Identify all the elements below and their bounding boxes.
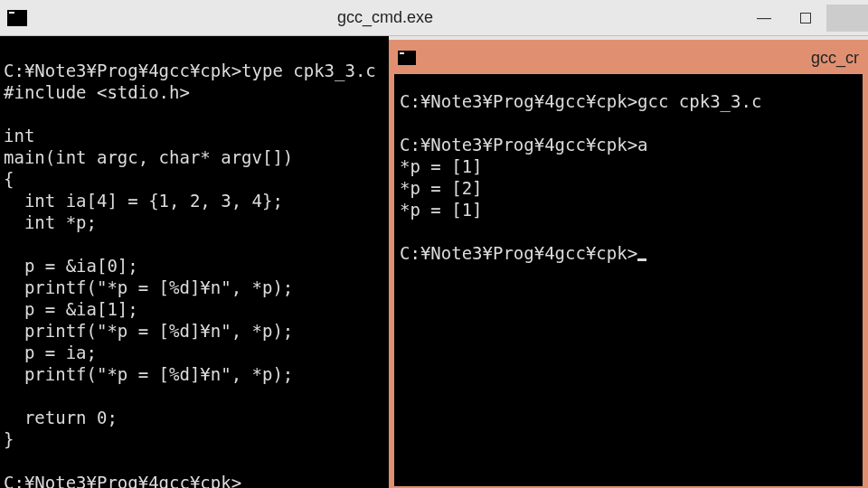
window1-titlebar[interactable]: gcc_cmd.exe — — [0, 0, 868, 36]
line: } — [4, 429, 14, 449]
line: printf("*p = [%d]¥n", *p); — [4, 364, 293, 384]
system-menu-icon[interactable] — [7, 10, 27, 26]
window-buttons: — — [743, 5, 868, 32]
maximize-button[interactable] — [785, 5, 826, 32]
line: printf("*p = [%d]¥n", *p); — [4, 321, 293, 341]
line: #include <stdio.h> — [4, 82, 190, 102]
line: p = &ia[1]; — [4, 299, 138, 319]
console-right[interactable]: C:¥Note3¥Prog¥4gcc¥cpk>gcc cpk3_3.c C:¥N… — [394, 74, 863, 486]
window2-titlebar[interactable]: gcc_cr — [391, 42, 866, 74]
line: return 0; — [4, 408, 118, 427]
close-button[interactable] — [826, 5, 868, 32]
line: int *p; — [4, 212, 97, 232]
cursor-icon — [637, 258, 646, 261]
window1-title: gcc_cmd.exe — [27, 8, 743, 27]
line: C:¥Note3¥Prog¥4gcc¥cpk> — [4, 473, 241, 488]
line: *p = [2] — [400, 178, 483, 198]
window2: gcc_cr C:¥Note3¥Prog¥4gcc¥cpk>gcc cpk3_3… — [389, 40, 868, 488]
line: p = &ia[0]; — [4, 256, 138, 276]
line: C:¥Note3¥Prog¥4gcc¥cpk>type cpk3_3.c — [4, 61, 376, 80]
line: *p = [1] — [400, 156, 483, 176]
line: int ia[4] = {1, 2, 3, 4}; — [4, 191, 283, 211]
line: int — [4, 126, 34, 145]
line: main(int argc, char* argv[]) — [4, 147, 293, 167]
line: C:¥Note3¥Prog¥4gcc¥cpk>a — [400, 135, 648, 155]
system-menu-icon[interactable] — [398, 51, 416, 65]
line: C:¥Note3¥Prog¥4gcc¥cpk> — [400, 243, 637, 263]
console-left[interactable]: C:¥Note3¥Prog¥4gcc¥cpk>type cpk3_3.c #in… — [0, 36, 389, 488]
line: { — [4, 169, 14, 189]
line: p = ia; — [4, 343, 97, 362]
minimize-button[interactable]: — — [743, 5, 785, 32]
line: *p = [1] — [400, 200, 483, 220]
line: C:¥Note3¥Prog¥4gcc¥cpk>gcc cpk3_3.c — [400, 91, 761, 111]
window2-title: gcc_cr — [811, 49, 859, 68]
line: printf("*p = [%d]¥n", *p); — [4, 277, 293, 297]
